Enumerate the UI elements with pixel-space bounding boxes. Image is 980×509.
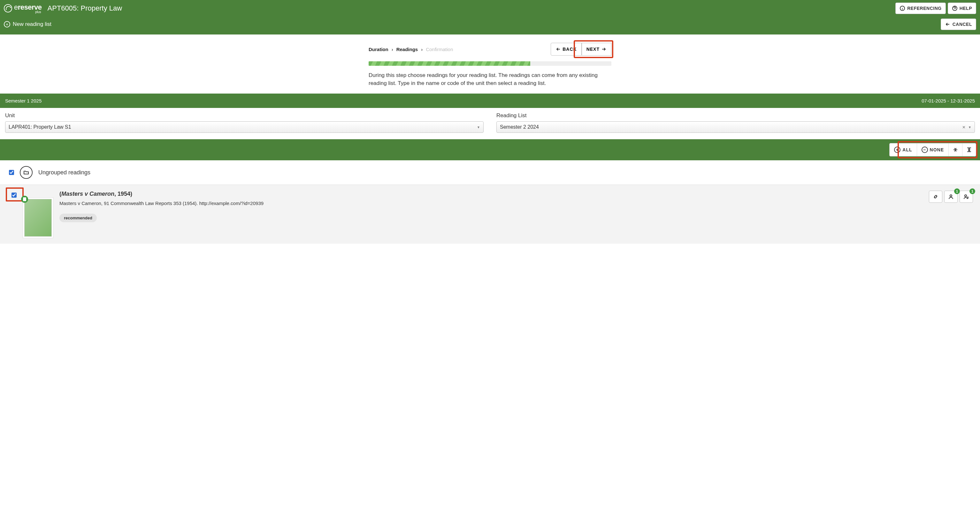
- reading-citation: Masters v Cameron, 91 Commonwealth Law R…: [59, 200, 921, 206]
- back-button[interactable]: BACK: [551, 43, 581, 56]
- group-checkbox[interactable]: [9, 170, 14, 175]
- wizard: Duration › Readings › Confirmation BACK …: [366, 43, 614, 87]
- arrow-left-icon: [945, 21, 951, 27]
- help-button[interactable]: HELP: [948, 3, 976, 14]
- clear-icon[interactable]: ✕: [962, 125, 966, 130]
- progress-bar: [369, 61, 611, 66]
- expand-all-button[interactable]: [962, 143, 976, 156]
- reading-list-select[interactable]: Semester 2 2024 ✕ ▼: [496, 121, 975, 133]
- collapse-icon: [953, 147, 958, 153]
- help-icon: [952, 5, 958, 11]
- select-all-button[interactable]: + ALL: [889, 143, 916, 156]
- person-button[interactable]: 1: [944, 191, 958, 203]
- svg-point-13: [965, 195, 967, 197]
- link-icon: [933, 194, 939, 200]
- count-badge: 1: [954, 188, 960, 194]
- chevron-down-icon: ▼: [968, 126, 971, 129]
- wizard-steps: Duration › Readings › Confirmation: [369, 47, 453, 52]
- info-quote-icon: [899, 5, 905, 11]
- semester-label: Semester 1 2025: [5, 98, 41, 103]
- svg-point-12: [950, 195, 952, 197]
- minus-circle-icon: −: [921, 146, 928, 153]
- expand-icon: [966, 147, 972, 153]
- selection-toolbar: + ALL − NONE: [0, 139, 980, 160]
- brand-logo: eereservereserve plus: [4, 3, 42, 14]
- step-description: During this step choose readings for you…: [369, 72, 611, 87]
- step-readings[interactable]: Readings: [396, 47, 418, 52]
- person-icon: [948, 194, 954, 200]
- reading-list-label: Reading List: [496, 112, 975, 119]
- person-download-button[interactable]: 1: [959, 191, 973, 203]
- new-reading-list-link[interactable]: + New reading list: [4, 21, 51, 27]
- reading-tag: recommended: [59, 214, 97, 222]
- reading-title[interactable]: (Masters v Cameron, 1954): [59, 191, 921, 197]
- arrow-left-icon: [555, 46, 561, 52]
- progress-fill: [369, 61, 530, 66]
- plus-circle-icon: +: [894, 146, 900, 153]
- collapse-all-button[interactable]: [948, 143, 962, 156]
- referencing-button[interactable]: REFERENCING: [895, 3, 945, 14]
- plus-circle-icon: +: [4, 21, 10, 27]
- next-button[interactable]: NEXT: [582, 43, 611, 56]
- select-none-button[interactable]: − NONE: [917, 143, 948, 156]
- group-header: Ungrouped readings: [0, 160, 980, 185]
- reading-checkbox[interactable]: [11, 192, 17, 198]
- unit-select[interactable]: LAPR401: Property Law S1 ▼: [5, 121, 484, 133]
- group-title: Ungrouped readings: [38, 169, 91, 176]
- person-download-icon: [963, 194, 969, 200]
- chevron-down-icon: ▼: [477, 126, 480, 129]
- folder-icon[interactable]: [20, 166, 33, 179]
- cancel-button[interactable]: CANCEL: [941, 19, 976, 30]
- selectors-row: Unit LAPR401: Property Law S1 ▼ Reading …: [0, 108, 980, 139]
- semester-dates: 07-01-2025 - 12-31-2025: [921, 98, 975, 103]
- chevron-right-icon: ›: [391, 47, 393, 52]
- semester-bar: Semester 1 2025 07-01-2025 - 12-31-2025: [0, 94, 980, 108]
- app-header: eereservereserve plus APT6005: Property …: [0, 0, 980, 35]
- page-title: APT6005: Property Law: [48, 4, 123, 13]
- unit-label: Unit: [5, 112, 484, 119]
- link-button[interactable]: [929, 191, 942, 203]
- logo-swirl-icon: [4, 4, 12, 13]
- count-badge: 1: [969, 188, 975, 194]
- chevron-right-icon: ›: [421, 47, 423, 52]
- reading-item: (Masters v Cameron, 1954) Masters v Came…: [0, 185, 980, 243]
- arrow-right-icon: [601, 46, 606, 52]
- step-duration[interactable]: Duration: [369, 47, 388, 52]
- step-confirmation: Confirmation: [426, 47, 453, 52]
- reading-thumbnail[interactable]: [24, 199, 52, 237]
